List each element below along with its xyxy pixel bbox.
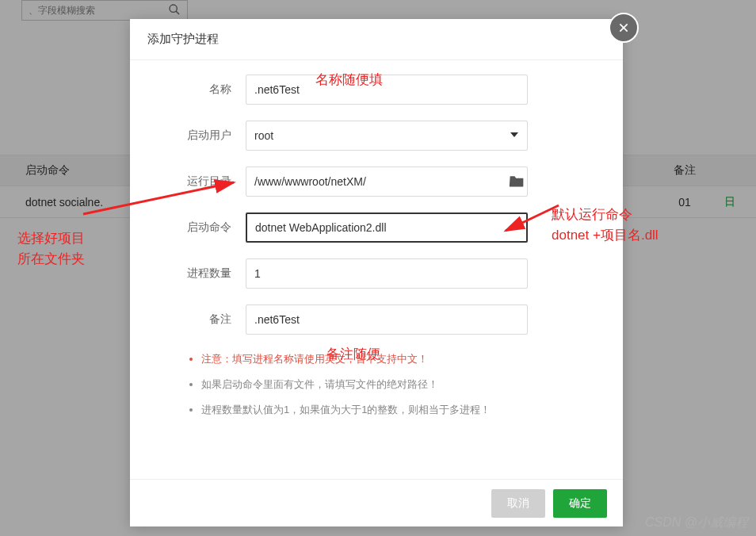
notes-list: 注意：填写进程名称请使用英文，暂不支持中文！ 如果启动命令里面有文件，请填写文件…	[158, 352, 594, 417]
row-count: 进程数量	[158, 258, 594, 289]
modal-body: 名称 启动用户 root 运行目录 启动命令 进程数量	[130, 60, 623, 417]
close-icon	[617, 21, 630, 34]
label-user: 启动用户	[158, 128, 246, 143]
remark-input[interactable]	[246, 304, 528, 335]
user-select[interactable]: root	[246, 121, 528, 151]
modal-title: 添加守护进程	[130, 19, 623, 60]
folder-icon[interactable]	[509, 174, 525, 190]
row-startcmd: 启动命令	[158, 212, 594, 243]
label-count: 进程数量	[158, 266, 246, 281]
note-count: 进程数量默认值为1，如果值为大于1的整数，则相当于多进程！	[201, 403, 594, 417]
note-path: 如果启动命令里面有文件，请填写文件的绝对路径！	[201, 377, 594, 392]
cancel-button[interactable]: 取消	[491, 489, 545, 518]
row-remark: 备注	[158, 304, 594, 335]
confirm-button[interactable]: 确定	[553, 489, 607, 518]
label-rundir: 运行目录	[158, 174, 246, 189]
label-remark: 备注	[158, 312, 246, 327]
watermark: CSDN @小威编程	[645, 515, 748, 531]
close-button[interactable]	[609, 13, 639, 43]
row-name: 名称	[158, 75, 594, 105]
name-input[interactable]	[246, 75, 528, 105]
modal-footer: 取消 确定	[130, 479, 623, 526]
count-input[interactable]	[246, 258, 528, 289]
label-startcmd: 启动命令	[158, 220, 246, 235]
rundir-input[interactable]	[246, 167, 528, 197]
note-warning: 注意：填写进程名称请使用英文，暂不支持中文！	[201, 352, 594, 366]
add-daemon-modal: 添加守护进程 名称 启动用户 root 运行目录 启动命令 进	[130, 19, 623, 526]
row-user: 启动用户 root	[158, 121, 594, 151]
startcmd-input[interactable]	[246, 212, 528, 243]
label-name: 名称	[158, 82, 246, 97]
row-rundir: 运行目录	[158, 167, 594, 197]
